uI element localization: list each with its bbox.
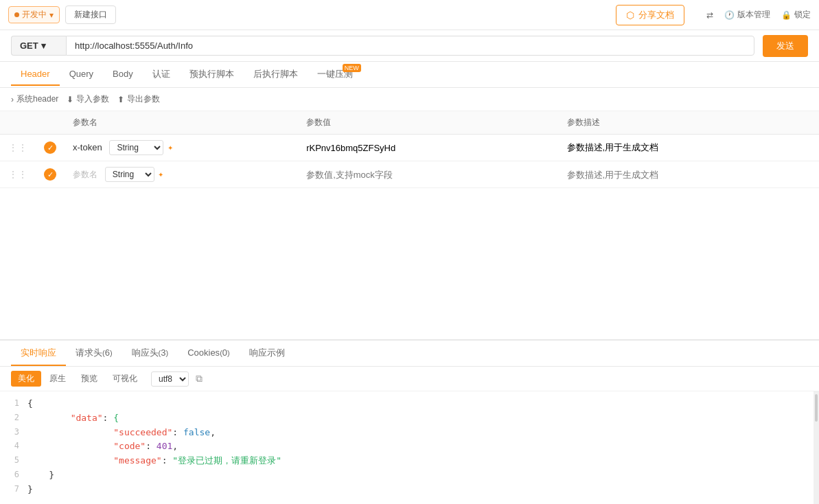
table-row: ⋮⋮ ✓ x-token String Integer Boolean ✦ xyxy=(0,135,819,161)
drag-cell-1: ⋮⋮ xyxy=(0,135,36,161)
code-line: 4 "code": 401, xyxy=(0,439,819,454)
check-circle-1[interactable]: ✓ xyxy=(44,141,56,154)
method-chevron: ▾ xyxy=(41,41,46,51)
scrollbar[interactable] xyxy=(814,391,819,504)
req-header-badge-num: 6 xyxy=(105,347,110,358)
check-circle-2[interactable]: ✓ xyxy=(44,168,56,181)
scrollbar-thumb xyxy=(815,394,818,422)
tab-res-example[interactable]: 响应示例 xyxy=(240,341,295,366)
tab-stress[interactable]: 一键压测 NEW xyxy=(308,62,362,87)
tab-pre-script[interactable]: 预执行脚本 xyxy=(180,62,244,87)
new-badge: NEW xyxy=(343,64,361,72)
drag-handle-2[interactable]: ⋮⋮ xyxy=(8,169,27,180)
col-drag xyxy=(0,111,36,135)
collapse-action[interactable]: ⇄ xyxy=(706,10,713,20)
tab-body[interactable]: Body xyxy=(103,63,143,86)
view-visual-button[interactable]: 可视化 xyxy=(106,371,144,387)
view-preview-button[interactable]: 预览 xyxy=(74,371,104,387)
param-value-2[interactable] xyxy=(306,170,550,180)
param-desc-1[interactable] xyxy=(567,143,811,153)
share-button[interactable]: ⬡ 分享文档 xyxy=(616,5,684,25)
line-number: 6 xyxy=(0,468,27,481)
code-line: 7} xyxy=(0,483,819,497)
param-name-2: 参数名 xyxy=(73,170,97,179)
tab-req-header[interactable]: 请求头(6) xyxy=(66,341,122,366)
tab-auth[interactable]: 认证 xyxy=(143,62,180,87)
col-name-header: 参数名 xyxy=(65,111,298,135)
share-label: 分享文档 xyxy=(638,9,674,21)
url-input[interactable] xyxy=(66,36,754,56)
line-number: 7 xyxy=(0,483,27,496)
view-options: 美化 原生 预览 可视化 utf8 gbk ⧉ xyxy=(0,367,819,391)
code-line: 1{ xyxy=(0,397,819,411)
copy-button[interactable]: ⧉ xyxy=(196,373,203,385)
line-number: 3 xyxy=(0,426,27,439)
new-connection-button[interactable]: 新建接口 xyxy=(65,5,116,24)
view-beautify-button[interactable]: 美化 xyxy=(11,371,41,387)
sys-header-toggle[interactable]: › 系统header xyxy=(11,93,58,105)
version-mgmt-action[interactable]: 🕐 版本管理 xyxy=(724,9,770,21)
col-value-header: 参数值 xyxy=(298,111,558,135)
lower-section: 实时响应 请求头(6) 响应头(3) Cookies(0) 响应示例 美化 原生… xyxy=(0,339,819,504)
tab-cookies[interactable]: Cookies(0) xyxy=(178,342,240,365)
import-params-button[interactable]: ⬇ 导入参数 xyxy=(67,93,109,105)
value-cell-1[interactable] xyxy=(298,135,558,161)
line-content: } xyxy=(27,468,819,483)
env-label: 开发中 xyxy=(22,9,47,21)
line-content: "data": { xyxy=(27,411,819,426)
line-number: 1 xyxy=(0,397,27,410)
tab-query[interactable]: Query xyxy=(60,63,103,86)
code-scroll[interactable]: 1{2 "data": {3 "succeeded": false,4 "cod… xyxy=(0,391,819,504)
line-number: 4 xyxy=(0,439,27,453)
check-cell-1: ✓ xyxy=(36,135,65,161)
desc-cell-1[interactable] xyxy=(559,135,819,161)
send-button[interactable]: 发送 xyxy=(763,35,808,57)
lock-icon: 🔒 xyxy=(781,10,792,20)
code-area: 1{2 "data": {3 "succeeded": false,4 "cod… xyxy=(0,391,819,503)
import-icon: ⬇ xyxy=(67,95,73,104)
lock-action[interactable]: 🔒 锁定 xyxy=(781,9,811,21)
drag-handle-1[interactable]: ⋮⋮ xyxy=(8,142,27,153)
tab-header[interactable]: Header xyxy=(11,63,60,86)
type-select-1[interactable]: String Integer Boolean xyxy=(109,140,163,155)
table-row: ⋮⋮ ✓ 参数名 String Integer ✦ xyxy=(0,161,819,188)
col-check xyxy=(36,111,65,135)
line-content: "message": "登录已过期，请重新登录" xyxy=(27,454,819,468)
desc-cell-2[interactable] xyxy=(559,161,819,188)
params-section: 参数名 参数值 参数描述 ⋮⋮ ✓ x-token xyxy=(0,111,819,339)
encoding-select[interactable]: utf8 gbk xyxy=(151,371,189,387)
export-icon: ⬆ xyxy=(117,95,124,104)
import-label: 导入参数 xyxy=(76,93,109,105)
param-name-1: x-token xyxy=(73,142,102,152)
line-content: "succeeded": false, xyxy=(27,426,819,440)
line-number: 5 xyxy=(0,454,27,467)
line-content: } xyxy=(27,483,819,497)
param-desc-2[interactable] xyxy=(567,170,811,180)
drag-cell-2: ⋮⋮ xyxy=(0,161,36,188)
view-raw-button[interactable]: 原生 xyxy=(43,371,73,387)
copy-icon: ⧉ xyxy=(196,373,203,384)
env-selector[interactable]: 开发中 ▾ xyxy=(8,6,60,23)
method-label: GET xyxy=(20,41,38,51)
tab-post-script[interactable]: 后执行脚本 xyxy=(244,62,308,87)
type-select-2[interactable]: String Integer xyxy=(105,167,154,182)
tab-res-header[interactable]: 响应头(3) xyxy=(122,341,178,366)
code-line: 3 "succeeded": false, xyxy=(0,426,819,440)
line-content: "code": 401, xyxy=(27,439,819,454)
col-desc-header: 参数描述 xyxy=(559,111,819,135)
env-dot xyxy=(14,12,19,17)
export-params-button[interactable]: ⬆ 导出参数 xyxy=(117,93,160,105)
line-content: { xyxy=(27,397,819,411)
request-tabs: Header Query Body 认证 预执行脚本 后执行脚本 一键压测 NE… xyxy=(0,62,819,88)
name-cell-2: 参数名 String Integer ✦ xyxy=(65,161,298,188)
required-star-1: ✦ xyxy=(168,144,173,152)
method-selector[interactable]: GET ▾ xyxy=(11,36,66,56)
version-mgmt-label: 版本管理 xyxy=(737,9,770,21)
param-value-1[interactable] xyxy=(306,143,550,153)
sys-header-label: 系统header xyxy=(16,93,58,105)
value-cell-2[interactable] xyxy=(298,161,558,188)
tab-realtime[interactable]: 实时响应 xyxy=(11,341,66,366)
top-bar: 开发中 ▾ 新建接口 ⬡ 分享文档 ⇄ 🕐 版本管理 🔒 锁定 xyxy=(0,0,819,30)
clock-icon: 🕐 xyxy=(724,10,735,20)
required-star-2: ✦ xyxy=(158,171,163,179)
